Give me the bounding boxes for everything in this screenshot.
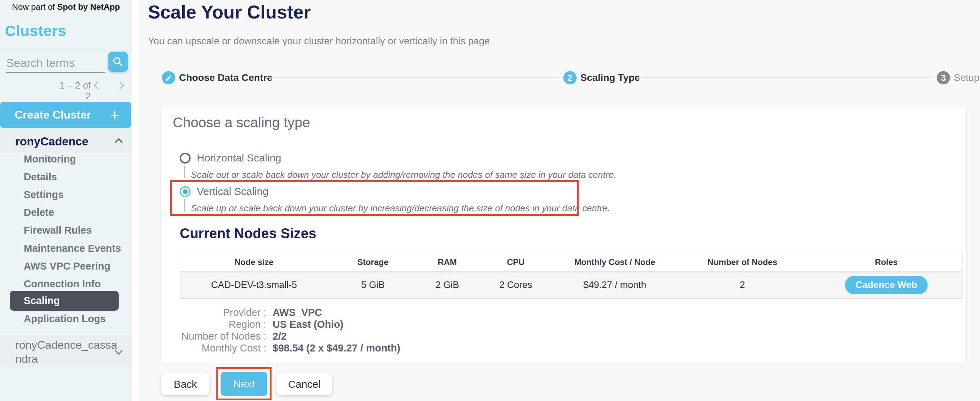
back-button[interactable]: Back [161, 374, 209, 395]
tagline-brand: Spot by NetApp [57, 2, 120, 11]
col-number-of-nodes: Number of Nodes [675, 253, 810, 272]
summary-label: Provider : [180, 306, 266, 319]
summary-row-provider: Provider : AWS_VPC [180, 306, 400, 319]
summary-row-region: Region : US East (Ohio) [180, 319, 400, 330]
col-node-size: Node size [180, 253, 328, 272]
sidebar-item-settings[interactable]: Settings [24, 185, 64, 204]
step2-label: Scaling Type [581, 71, 640, 84]
cell-number-of-nodes: 2 [675, 272, 810, 299]
sidebar-item-monitoring[interactable]: Monitoring [24, 150, 76, 168]
scaling-card: Choose a scaling type Horizontal Scaling… [161, 106, 967, 363]
cell-storage: 5 GiB [328, 272, 418, 299]
summary-value: 2/2 [272, 330, 286, 342]
step2-circle: 2 [563, 71, 577, 84]
sidebar-cluster-ronycadence-cassandra[interactable]: ronyCadence_cassa ndra [0, 336, 132, 366]
sidebar-item-details[interactable]: Details [24, 168, 57, 186]
chevron-right-icon[interactable] [116, 82, 124, 90]
sidebar-item-firewall-rules[interactable]: Firewall Rules [24, 221, 92, 239]
page-title: Scale Your Cluster [148, 2, 310, 23]
sidebar-item-connection-info[interactable]: Connection Info [24, 275, 101, 293]
stepper-connector [637, 78, 932, 78]
col-cpu: CPU [477, 253, 555, 272]
summary-value: $98.54 (2 x $49.27 / month) [272, 342, 400, 354]
vertical-scaling-description: Scale up or scale back down your cluster… [191, 203, 610, 214]
sidebar-item-maintenance-events[interactable]: Maintenance Events [24, 239, 121, 257]
plus-icon: + [110, 108, 119, 122]
sidebar-item-scaling[interactable]: Scaling [10, 291, 119, 311]
cluster-name: ronyCadence [15, 130, 88, 152]
pagination-label: 1 – 2 of 2 [52, 80, 91, 102]
spot-netapp-tagline: Now part of Spot by NetApp [0, 2, 132, 12]
page-subtitle: You can upscale or downscale your cluste… [148, 36, 490, 47]
cell-node-size: CAD-DEV-t3.small-5 [180, 272, 328, 299]
sidebar-divider-line [140, 0, 140, 401]
summary-label: Number of Nodes : [180, 330, 266, 342]
scaling-section-title: Choose a scaling type [173, 115, 310, 130]
summary-value: US East (Ohio) [272, 319, 344, 330]
col-storage: Storage [328, 253, 418, 272]
cluster-summary: Provider : AWS_VPC Region : US East (Ohi… [180, 306, 400, 354]
table-row: CAD-DEV-t3.small-5 5 GiB 2 GiB 2 Cores $… [180, 272, 963, 299]
cell-monthly-cost: $49.27 / month [555, 272, 675, 299]
chevron-left-icon[interactable] [94, 82, 102, 90]
search-input[interactable] [6, 54, 105, 73]
vertical-scaling-label[interactable]: Vertical Scaling [197, 186, 268, 197]
cluster-name: ronyCadence_cassa ndra [15, 338, 117, 366]
option-connector-line [184, 166, 185, 178]
cell-ram: 2 GiB [418, 272, 476, 299]
sidebar-cluster-ronycadence[interactable]: ronyCadence [0, 130, 132, 152]
step1-circle[interactable] [162, 71, 175, 84]
next-button[interactable]: Next [221, 372, 267, 396]
clusters-heading: Clusters [5, 22, 66, 40]
chevron-up-icon [115, 138, 123, 146]
sidebar-gap [132, 0, 140, 401]
create-cluster-button[interactable]: Create Cluster + [0, 102, 131, 128]
col-roles: Roles [810, 253, 963, 272]
table-header-row: Node size Storage RAM CPU Monthly Cost /… [180, 253, 963, 272]
sidebar-item-aws-vpc-peering[interactable]: AWS VPC Peering [24, 257, 110, 275]
horizontal-scaling-radio[interactable] [180, 153, 191, 163]
sidebar: Now part of Spot by NetApp Clusters 1 – … [0, 0, 132, 401]
scale-cluster-page: Now part of Spot by NetApp Clusters 1 – … [0, 0, 980, 401]
cancel-button[interactable]: Cancel [277, 374, 332, 395]
cell-roles: Cadence Web [810, 272, 963, 299]
sidebar-item-delete[interactable]: Delete [24, 203, 54, 222]
sidebar-item-application-logs[interactable]: Application Logs [24, 310, 106, 328]
nodes-table: Node size Storage RAM CPU Monthly Cost /… [180, 253, 963, 299]
divider [0, 50, 132, 51]
summary-row-number-of-nodes: Number of Nodes : 2/2 [180, 330, 400, 342]
cell-cpu: 2 Cores [477, 272, 555, 299]
summary-row-monthly-cost: Monthly Cost : $98.54 (2 x $49.27 / mont… [180, 342, 400, 354]
role-badge: Cadence Web [845, 276, 928, 294]
search-button[interactable] [108, 52, 128, 72]
horizontal-scaling-description: Scale out or scale back down your cluste… [191, 170, 616, 180]
option-connector-line [184, 199, 185, 212]
stepper-connector [266, 78, 559, 78]
summary-label: Monthly Cost : [180, 342, 266, 354]
tagline-prefix: Now part of [12, 2, 57, 11]
horizontal-scaling-label[interactable]: Horizontal Scaling [197, 152, 281, 163]
vertical-scaling-radio[interactable] [180, 186, 191, 197]
step1-label: Choose Data Centre [179, 71, 272, 84]
step3-label: Setup [954, 71, 979, 84]
create-cluster-label: Create Cluster [15, 108, 91, 121]
step3-circle: 3 [937, 71, 950, 84]
col-ram: RAM [418, 253, 476, 272]
summary-value: AWS_VPC [272, 306, 322, 319]
summary-label: Region : [180, 319, 266, 330]
search-icon [112, 56, 124, 67]
col-monthly-cost: Monthly Cost / Node [555, 253, 675, 272]
nodes-section-title: Current Nodes Sizes [180, 226, 316, 241]
pencil-icon [165, 74, 172, 82]
